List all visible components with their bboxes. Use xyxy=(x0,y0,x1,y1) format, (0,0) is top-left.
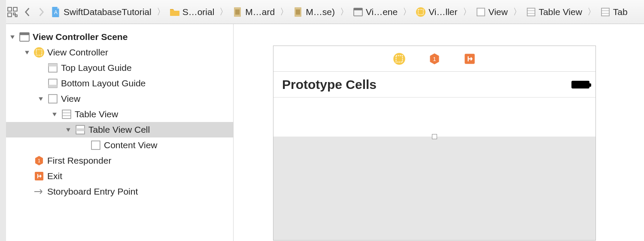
svg-rect-14 xyxy=(477,8,485,16)
breadcrumb-item-tableview[interactable]: Tab xyxy=(599,7,629,17)
outline-table-view[interactable]: Table View xyxy=(0,107,233,122)
outline-controller[interactable]: View Controller xyxy=(0,45,233,60)
outline-label: Exit xyxy=(47,171,62,181)
first-responder-icon[interactable]: 1 xyxy=(428,52,441,66)
chevron-right-icon: 〉 xyxy=(154,6,166,18)
svg-text:1: 1 xyxy=(38,158,40,163)
related-items-icon[interactable] xyxy=(6,6,19,18)
prototype-cell[interactable] xyxy=(273,98,595,137)
tableview-icon xyxy=(61,109,72,120)
outline-content-view[interactable]: Content View xyxy=(0,137,233,153)
scene-device[interactable]: 1 Prototype Cells xyxy=(273,46,596,241)
svg-point-23 xyxy=(34,47,44,58)
nav-forward-icon[interactable] xyxy=(35,6,48,18)
storyboard-file-icon xyxy=(232,7,243,17)
outline-label: Table View Cell xyxy=(88,125,150,135)
table-body-placeholder[interactable] xyxy=(273,137,595,240)
svg-point-12 xyxy=(416,7,425,17)
breadcrumb-label: M…se) xyxy=(306,7,335,17)
breadcrumb-item-project[interactable]: A SwiftDatabaseTutorial 〉 xyxy=(50,6,167,18)
tableview-icon xyxy=(526,7,536,17)
nav-back-icon[interactable] xyxy=(21,6,33,18)
controller-icon xyxy=(416,7,426,17)
breadcrumb-label: S…orial xyxy=(182,7,215,17)
exit-icon xyxy=(33,171,45,182)
outline-label: View xyxy=(61,94,80,104)
disclosure-triangle-icon[interactable] xyxy=(51,110,58,118)
svg-rect-2 xyxy=(8,13,12,17)
outline-label: Bottom Layout Guide xyxy=(61,78,146,88)
outline-label: Top Layout Guide xyxy=(61,63,132,73)
exit-icon[interactable] xyxy=(463,52,477,66)
outline-exit[interactable]: Exit xyxy=(0,168,233,184)
breadcrumb-item-view[interactable]: View 〉 xyxy=(475,6,523,18)
app-icon: A xyxy=(51,7,61,17)
outline-label: View Controller xyxy=(47,47,108,58)
outline-label: Table View xyxy=(75,109,118,119)
svg-rect-29 xyxy=(49,95,57,103)
svg-rect-15 xyxy=(527,8,535,16)
prototype-header: Prototype Cells xyxy=(273,72,595,98)
svg-point-38 xyxy=(393,53,405,65)
svg-rect-1 xyxy=(13,7,17,11)
svg-text:A: A xyxy=(54,9,58,15)
outline-bottom-layout-guide[interactable]: Bottom Layout Guide xyxy=(0,76,233,91)
svg-rect-9 xyxy=(296,9,300,15)
breadcrumb-label: Vi…ller xyxy=(428,7,457,17)
prototype-title: Prototype Cells xyxy=(282,77,377,92)
outline-view[interactable]: View xyxy=(0,91,233,107)
disclosure-triangle-icon[interactable] xyxy=(37,95,45,103)
svg-rect-26 xyxy=(49,64,57,67)
tableview-cell-icon xyxy=(75,124,86,135)
first-responder-icon: 1 xyxy=(33,155,45,166)
view-icon xyxy=(47,93,58,104)
disclosure-triangle-icon[interactable] xyxy=(23,49,31,56)
svg-rect-30 xyxy=(62,110,71,119)
outline-entry-point[interactable]: Storyboard Entry Point xyxy=(0,184,233,199)
disclosure-spacer xyxy=(23,172,31,180)
svg-rect-34 xyxy=(76,128,85,131)
disclosure-triangle-icon[interactable] xyxy=(64,126,72,134)
resize-handle[interactable] xyxy=(432,134,437,139)
svg-rect-18 xyxy=(601,8,609,16)
chevron-right-icon: 〉 xyxy=(277,6,289,18)
left-gutter xyxy=(0,0,6,241)
chevron-right-icon: 〉 xyxy=(337,6,349,18)
battery-icon xyxy=(571,81,589,88)
outline-scene[interactable]: View Controller Scene xyxy=(0,29,233,45)
breadcrumb-label: SwiftDatabaseTutorial xyxy=(64,7,152,17)
breadcrumb-item-scene[interactable]: Vi…ene 〉 xyxy=(352,6,413,18)
chevron-right-icon: 〉 xyxy=(217,6,229,18)
layout-guide-icon xyxy=(47,78,58,89)
outline-label: Storyboard Entry Point xyxy=(47,186,138,197)
outline-label: Content View xyxy=(104,140,158,150)
svg-rect-11 xyxy=(354,8,362,10)
canvas[interactable]: 1 Prototype Cells xyxy=(234,24,644,241)
svg-rect-4 xyxy=(15,15,17,16)
main-split: View Controller Scene View Controller To… xyxy=(0,24,644,241)
layout-guide-icon xyxy=(47,62,58,73)
scene-icon xyxy=(353,7,363,17)
disclosure-spacer xyxy=(23,188,31,195)
svg-rect-28 xyxy=(49,85,57,88)
breadcrumb-label: View xyxy=(489,7,508,17)
disclosure-spacer xyxy=(37,79,45,87)
outline-first-responder[interactable]: 1 First Responder xyxy=(0,153,233,168)
controller-icon[interactable] xyxy=(392,52,406,66)
chevron-right-icon: 〉 xyxy=(585,6,597,18)
breadcrumb-item-folder[interactable]: S…orial 〉 xyxy=(169,6,230,18)
breadcrumb-item-tableview[interactable]: Table View 〉 xyxy=(525,6,598,18)
disclosure-triangle-icon[interactable] xyxy=(9,33,16,41)
breadcrumb-label: M…ard xyxy=(245,7,275,17)
folder-icon xyxy=(170,7,180,17)
outline-top-layout-guide[interactable]: Top Layout Guide xyxy=(0,60,233,76)
breadcrumb-item-storyboard[interactable]: M…se) 〉 xyxy=(292,6,350,18)
jump-bar: A SwiftDatabaseTutorial 〉 S…orial 〉 M…ar… xyxy=(0,0,644,24)
breadcrumb-item-controller[interactable]: Vi…ller 〉 xyxy=(415,6,473,18)
breadcrumb-item-storyboard[interactable]: M…ard 〉 xyxy=(231,6,290,18)
tableview-icon xyxy=(600,7,611,17)
storyboard-file-icon xyxy=(293,7,303,17)
svg-rect-7 xyxy=(235,9,240,15)
svg-rect-0 xyxy=(8,7,12,11)
outline-table-view-cell[interactable]: Table View Cell xyxy=(0,122,233,137)
